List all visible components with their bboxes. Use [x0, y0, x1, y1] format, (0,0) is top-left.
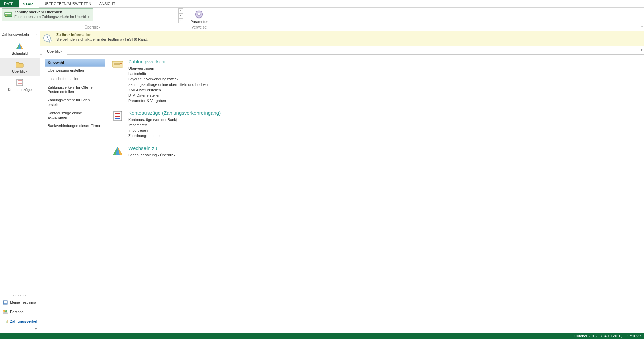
people-icon: [3, 309, 8, 315]
info-text: Sie befinden sich aktuell in der Testfir…: [56, 37, 148, 41]
menu-ansicht[interactable]: ANSICHT: [95, 0, 119, 7]
spinner-down-icon[interactable]: ▾: [178, 13, 183, 18]
module-label: Zahlungsverkehr: [10, 319, 40, 323]
kurzwahl-item[interactable]: Lastschrift erstellen: [45, 75, 105, 83]
kurzwahl-item[interactable]: Zahlungsverkehr für Offene Posten erstel…: [45, 83, 105, 97]
svg-rect-21: [4, 302, 5, 303]
ribbon-gallery-spinner[interactable]: ▴ ▾ ▿: [178, 8, 183, 23]
section-title[interactable]: Zahlungsverkehr: [128, 59, 208, 64]
svg-text:!: !: [49, 39, 50, 42]
cheque-icon: [112, 59, 124, 71]
module-zahlungsverkehr[interactable]: Zahlungsverkehr: [0, 317, 40, 326]
section-link[interactable]: Importieren: [128, 122, 221, 128]
spinner-more-icon[interactable]: ▿: [178, 18, 183, 23]
svg-rect-28: [3, 321, 8, 321]
kurzwahl-item[interactable]: Zahlungsverkehr für Lohn erstellen: [45, 96, 105, 109]
content-area: ?! Zu Ihrer Information Sie befinden sic…: [40, 31, 644, 333]
svg-rect-27: [3, 320, 8, 323]
payments-icon: [3, 319, 8, 324]
section-link[interactable]: XML-Datei erstellen: [128, 87, 208, 93]
svg-rect-22: [5, 302, 6, 303]
status-month: Oktober 2016: [574, 334, 597, 338]
section-link[interactable]: Überweisungen: [128, 66, 208, 71]
nav-splitter[interactable]: • • • • • •: [0, 294, 40, 296]
ribbon-ueberblick-button[interactable]: Zahlungsverkehr Überblick Funktionen zum…: [2, 8, 93, 21]
nav-item-schaubild[interactable]: Schaubild: [0, 40, 40, 58]
ribbon-parameter-label: Parameter: [190, 20, 208, 24]
section-link[interactable]: Zuordnungen buchen: [128, 133, 221, 138]
left-nav-title: Zahlungsverkehr: [2, 32, 30, 36]
section-link[interactable]: Lohnbuchhaltung - Überblick: [128, 152, 175, 158]
menu-bar: DATEI START ÜBERGEBEN/AUSWERTEN ANSICHT: [0, 0, 644, 8]
svg-point-4: [198, 13, 200, 16]
section-link[interactable]: Zahlungsaufträge online übermitteln und …: [128, 82, 208, 87]
nav-item-label: Kontoauszüge: [8, 88, 32, 92]
ribbon: Zahlungsverkehr Überblick Funktionen zum…: [0, 8, 644, 31]
nav-item-label: Schaubild: [12, 51, 28, 55]
svg-point-29: [6, 322, 7, 323]
svg-line-11: [201, 11, 202, 12]
kurzwahl-item[interactable]: Überweisung erstellen: [45, 67, 105, 75]
nav-item-ueberblick[interactable]: Überblick: [0, 58, 40, 76]
kurzwahl-panel: Kurzwahl Überweisung erstellen Lastschri…: [45, 59, 105, 130]
ribbon-ueberblick-title: Zahlungsverkehr Überblick: [14, 10, 91, 15]
kurzwahl-item[interactable]: Bankverbindungen dieser Firma: [45, 122, 105, 130]
svg-line-12: [196, 17, 197, 17]
svg-rect-19: [5, 301, 6, 302]
module-expand-icon[interactable]: ▾: [0, 326, 40, 332]
status-time: 17:16:37: [627, 334, 641, 338]
folder-icon: [15, 61, 24, 68]
tab-ueberblick[interactable]: Überblick: [42, 48, 67, 55]
svg-rect-26: [3, 312, 8, 314]
kurzwahl-item[interactable]: Kontoauszüge online aktualisieren: [45, 109, 105, 122]
svg-rect-20: [6, 301, 7, 302]
status-date: (04.10.2016): [601, 334, 622, 338]
svg-line-9: [196, 11, 197, 12]
section-link[interactable]: Layout für Verwendungszweck: [128, 76, 208, 82]
gear-icon: [194, 10, 204, 19]
module-personal[interactable]: Personal: [0, 307, 40, 317]
ribbon-parameter-button[interactable]: Parameter: [187, 8, 211, 25]
module-meine-testfirma[interactable]: Meine Testfirma: [0, 298, 40, 307]
section-link[interactable]: Kontoauszüge (von der Bank): [128, 117, 221, 122]
svg-rect-1: [5, 13, 11, 14]
chart-icon: [15, 43, 24, 50]
ribbon-group-verweise-label: Verweise: [187, 25, 211, 30]
overview-icon: [4, 10, 12, 18]
menu-datei[interactable]: DATEI: [0, 0, 19, 7]
left-nav-collapse-icon[interactable]: ‹: [36, 32, 38, 36]
ribbon-collapse-icon[interactable]: ˆ: [641, 26, 643, 30]
info-bar: ?! Zu Ihrer Information Sie befinden sic…: [40, 31, 644, 46]
tab-dropdown-icon[interactable]: ▾: [641, 48, 643, 52]
section-kontoauszuege: Kontoauszüge (Zahlungsverkehreingang) Ko…: [112, 110, 221, 138]
svg-rect-37: [120, 63, 122, 64]
svg-rect-34: [112, 61, 123, 67]
company-icon: [3, 300, 8, 305]
menu-start[interactable]: START: [19, 0, 40, 8]
left-nav: Zahlungsverkehr ‹ Schaubild Überblick: [0, 31, 40, 333]
menu-uebergeben[interactable]: ÜBERGEBEN/AUSWERTEN: [39, 0, 95, 7]
switch-icon: [112, 145, 124, 157]
svg-point-25: [5, 310, 7, 312]
status-bar: Oktober 2016 (04.10.2016) 17:16:37: [0, 333, 644, 339]
spinner-up-icon[interactable]: ▴: [178, 8, 183, 13]
info-icon: ?!: [43, 34, 52, 43]
module-label: Personal: [10, 310, 24, 314]
svg-line-10: [201, 17, 202, 17]
section-link[interactable]: Importregeln: [128, 128, 221, 133]
svg-point-24: [3, 310, 5, 312]
info-title: Zu Ihrer Information: [56, 33, 148, 37]
svg-rect-23: [6, 302, 7, 303]
svg-rect-13: [17, 79, 23, 86]
section-link[interactable]: Parameter & Vorgaben: [128, 98, 208, 103]
kurzwahl-title: Kurzwahl: [45, 59, 105, 67]
section-link[interactable]: Lastschriften: [128, 71, 208, 76]
section-title[interactable]: Kontoauszüge (Zahlungsverkehreingang): [128, 110, 221, 116]
svg-text:?: ?: [46, 35, 48, 40]
statement-icon: [15, 79, 24, 86]
section-title[interactable]: Wechseln zu: [128, 145, 175, 151]
svg-rect-18: [4, 301, 5, 302]
section-zahlungsverkehr: Zahlungsverkehr Überweisungen Lastschrif…: [112, 59, 221, 103]
nav-item-kontoauszuege[interactable]: Kontoauszüge: [0, 76, 40, 94]
section-link[interactable]: DTA-Datei erstellen: [128, 93, 208, 98]
